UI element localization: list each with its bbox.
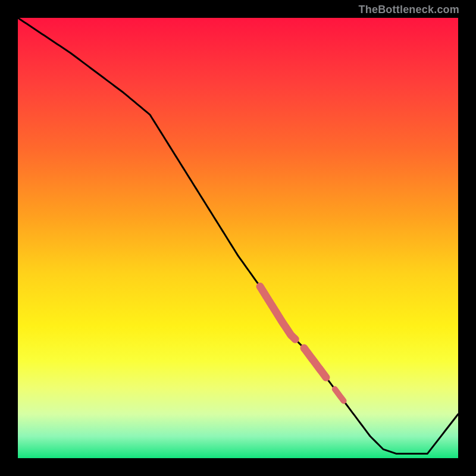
data-line-layer xyxy=(18,18,458,458)
watermark-text: TheBottleneck.com xyxy=(359,4,459,16)
chart-area xyxy=(18,18,458,458)
data-curve xyxy=(18,18,458,454)
